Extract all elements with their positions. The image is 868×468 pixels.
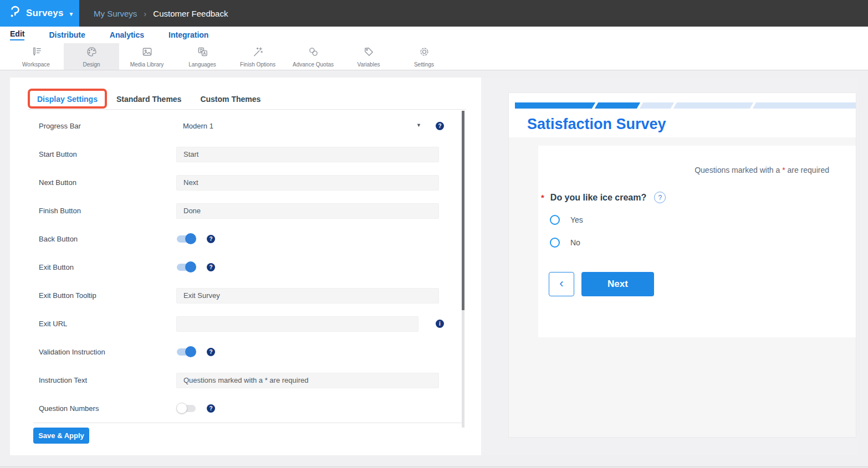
- variables-icon: [362, 45, 375, 60]
- field-label: Finish Button: [39, 207, 176, 215]
- survey-nav-buttons: ‹ Next: [549, 272, 654, 296]
- progress-segment-unfilled: [640, 102, 674, 109]
- nav-item-integration[interactable]: Integration: [169, 30, 208, 39]
- toolbar-item-design[interactable]: Design: [64, 43, 119, 70]
- field-row-next-button: Next Button: [39, 168, 449, 197]
- field-label: Progress Bar: [39, 122, 176, 130]
- survey-page-body: Questions marked with a * are required *…: [509, 137, 856, 437]
- field-row-start-button: Start Button: [39, 140, 449, 168]
- field-label: Start Button: [39, 150, 176, 158]
- question-row: * Do you like ice cream? ?: [541, 192, 666, 203]
- toolbar-item-label: Settings: [414, 61, 434, 68]
- section-nav: Edit Distribute Analytics Integration: [0, 27, 868, 43]
- product-switcher[interactable]: Surveys ▼: [0, 0, 79, 27]
- settings-icon: [418, 45, 431, 60]
- help-icon[interactable]: ?: [207, 348, 215, 356]
- toolbar-item-label: Media Library: [130, 61, 164, 68]
- settings-scrollbar[interactable]: [462, 111, 464, 428]
- answer-option-no[interactable]: No: [550, 238, 580, 248]
- back-button-toggle[interactable]: [177, 235, 196, 243]
- exit-button-toggle[interactable]: [177, 264, 196, 271]
- languages-icon: [196, 45, 209, 60]
- help-icon[interactable]: ?: [207, 263, 215, 271]
- toolbar-item-variables[interactable]: Variables: [341, 43, 396, 70]
- question-numbers-toggle[interactable]: [177, 405, 196, 412]
- toolbar-item-advance-quotas[interactable]: Advance Quotas: [285, 43, 341, 70]
- field-label: Back Button: [39, 235, 176, 243]
- tab-custom-themes[interactable]: Custom Themes: [200, 95, 261, 104]
- survey-progress-bar: [515, 102, 856, 109]
- toolbar-item-label: Variables: [358, 61, 380, 68]
- breadcrumb-parent[interactable]: My Surveys: [94, 9, 137, 18]
- toolbar-item-languages[interactable]: Languages: [175, 43, 230, 70]
- theme-tabs: Display Settings Standard Themes Custom …: [28, 89, 466, 110]
- toolbar-item-finish-options[interactable]: Finish Options: [230, 43, 285, 70]
- option-label: No: [570, 238, 580, 247]
- field-row-question-numbers: Question Numbers ?: [39, 394, 449, 423]
- help-icon[interactable]: ?: [436, 122, 444, 130]
- toggle-knob: [185, 233, 196, 244]
- required-asterisk: *: [541, 193, 544, 202]
- exit-url-input[interactable]: [176, 316, 418, 332]
- scrollbar-thumb[interactable]: [462, 111, 464, 310]
- survey-preview-backdrop: Satisfaction Survey Questions marked wit…: [481, 78, 858, 455]
- toolbar-item-label: Workspace: [22, 61, 50, 68]
- progress-segment-filled: [595, 102, 640, 109]
- breadcrumb: My Surveys › Customer Feedback: [79, 0, 868, 27]
- help-icon[interactable]: ?: [207, 235, 215, 243]
- toolbar-item-settings[interactable]: Settings: [396, 43, 452, 70]
- finish-button-input[interactable]: [176, 203, 439, 219]
- validation-instruction-toggle[interactable]: [177, 348, 196, 356]
- survey-back-button[interactable]: ‹: [549, 272, 574, 296]
- nav-item-distribute[interactable]: Distribute: [49, 30, 85, 39]
- start-button-input[interactable]: [176, 147, 439, 162]
- form-divider: [33, 423, 464, 423]
- nav-item-analytics[interactable]: Analytics: [110, 30, 144, 39]
- field-label: Exit Button Tooltip: [39, 291, 176, 300]
- field-label: Validation Instruction: [39, 348, 176, 356]
- chevron-down-icon: ▼: [69, 11, 74, 17]
- design-icon: [85, 45, 98, 60]
- toolbar-item-media-library[interactable]: Media Library: [119, 43, 175, 70]
- field-label: Next Button: [39, 178, 176, 187]
- radio-icon[interactable]: [550, 238, 560, 248]
- field-label: Question Numbers: [39, 404, 176, 413]
- toggle-knob: [185, 346, 196, 357]
- exit-button-tooltip-input[interactable]: [176, 288, 439, 304]
- media-library-icon: [141, 45, 154, 60]
- nav-item-edit[interactable]: Edit: [10, 29, 24, 40]
- toggle-knob: [185, 261, 196, 272]
- info-icon[interactable]: i: [436, 320, 444, 328]
- display-settings-form: Progress Bar Modern 1 ▼ ? Start Button N…: [28, 112, 481, 423]
- toggle-knob: [176, 403, 187, 414]
- question-text: Do you like ice cream?: [550, 193, 646, 203]
- toolbar-item-workspace[interactable]: Workspace: [8, 43, 64, 70]
- progress-bar-select[interactable]: Modern 1 ▼: [176, 122, 439, 130]
- field-row-progress-bar: Progress Bar Modern 1 ▼ ?: [39, 112, 449, 140]
- edit-toolbar: Workspace Design Media Library Languages…: [0, 43, 868, 70]
- field-row-validation-instruction: Validation Instruction ?: [39, 338, 449, 366]
- radio-icon[interactable]: [550, 215, 560, 225]
- proprofs-logo-icon: [8, 5, 21, 22]
- tab-standard-themes[interactable]: Standard Themes: [116, 95, 181, 104]
- next-button-input[interactable]: [176, 175, 439, 191]
- progress-segment-unfilled: [673, 102, 753, 109]
- instruction-text-input[interactable]: [176, 373, 439, 388]
- display-settings-panel: Display Settings Standard Themes Custom …: [10, 78, 481, 455]
- answer-option-yes[interactable]: Yes: [550, 215, 583, 225]
- help-icon[interactable]: ?: [207, 404, 215, 413]
- save-apply-button[interactable]: Save & Apply: [33, 428, 89, 444]
- select-caret-icon[interactable]: ▼: [416, 122, 421, 128]
- toolbar-item-label: Advance Quotas: [293, 61, 334, 68]
- workspace-icon: [30, 45, 43, 60]
- progress-segment-unfilled: [753, 102, 856, 109]
- field-row-exit-url: Exit URL i: [39, 310, 449, 338]
- question-help-icon[interactable]: ?: [654, 192, 666, 203]
- field-row-back-button: Back Button ?: [39, 225, 449, 253]
- design-page: Display Settings Standard Themes Custom …: [10, 78, 858, 455]
- field-row-exit-button-tooltip: Exit Button Tooltip: [39, 281, 449, 310]
- finish-options-icon: [252, 45, 264, 60]
- top-header: Surveys ▼ My Surveys › Customer Feedback: [0, 0, 868, 27]
- tab-display-settings[interactable]: Display Settings: [37, 95, 98, 104]
- survey-next-button[interactable]: Next: [581, 272, 654, 296]
